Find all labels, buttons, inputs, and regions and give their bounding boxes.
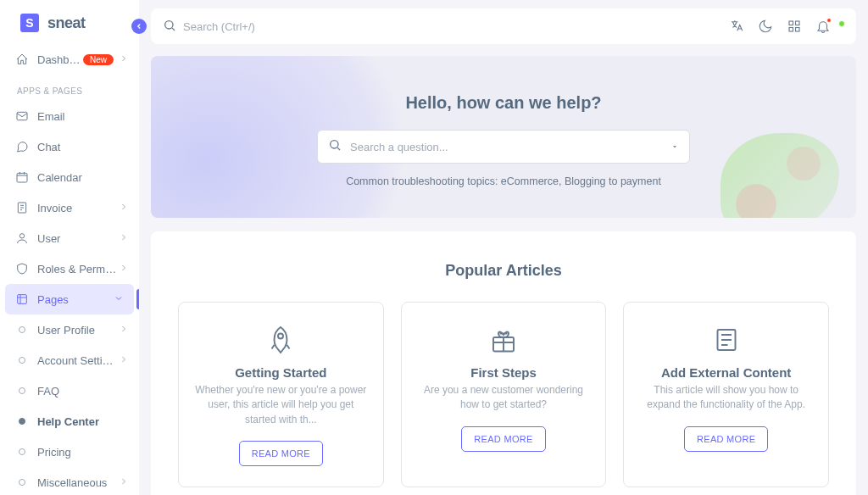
article-card-external-content: Add External Content This article will s… bbox=[623, 302, 829, 487]
notification-dot bbox=[826, 18, 832, 23]
nav-label: Pages bbox=[37, 293, 114, 306]
search-icon bbox=[163, 19, 176, 35]
shield-icon bbox=[15, 262, 29, 275]
svg-rect-9 bbox=[789, 21, 793, 25]
svg-rect-1 bbox=[17, 173, 27, 182]
nav-section-apps-pages: APPS & PAGES bbox=[0, 75, 139, 101]
pages-icon bbox=[15, 292, 29, 306]
invoice-icon bbox=[15, 201, 29, 214]
sidebar: S sneat Dashboards New APPS & PAGES Emai… bbox=[0, 0, 139, 495]
nav-label: Dashboards bbox=[37, 53, 83, 66]
card-title: Add External Content bbox=[661, 365, 791, 380]
rocket-icon bbox=[264, 323, 298, 357]
nav: Dashboards New APPS & PAGES Email Chat C… bbox=[0, 41, 139, 495]
subitem-miscellaneous[interactable]: Miscellaneous bbox=[0, 467, 139, 495]
sidebar-item-roles-permissions[interactable]: Roles & Permissio... bbox=[0, 253, 139, 284]
theme-toggle-icon[interactable] bbox=[758, 19, 773, 34]
article-card-getting-started: Getting Started Whether you're new or yo… bbox=[178, 302, 384, 487]
read-more-button[interactable]: READ MORE bbox=[684, 426, 768, 452]
new-badge: New bbox=[83, 54, 114, 65]
card-desc: Whether you're new or you're a power use… bbox=[194, 383, 368, 427]
pages-submenu: User Profile Account Settings FAQ Help C… bbox=[0, 314, 139, 495]
language-icon[interactable] bbox=[729, 19, 744, 34]
read-more-button[interactable]: READ MORE bbox=[239, 441, 323, 466]
hero-section: Hello, how can we help? Common troublesh… bbox=[151, 56, 856, 218]
content: Hello, how can we help? Common troublesh… bbox=[139, 44, 868, 495]
svg-point-8 bbox=[165, 20, 173, 28]
sidebar-item-chat[interactable]: Chat bbox=[0, 131, 139, 162]
hero-subtitle: Common troubleshooting topics: eCommerce… bbox=[171, 175, 836, 187]
user-icon bbox=[15, 231, 29, 245]
apps-grid-icon[interactable] bbox=[787, 19, 802, 34]
sidebar-item-calendar[interactable]: Calendar bbox=[0, 162, 139, 192]
topbar: Search (Ctrl+/) bbox=[151, 8, 856, 44]
logo-text: sneat bbox=[47, 14, 86, 32]
hero-search[interactable] bbox=[317, 130, 690, 164]
svg-rect-0 bbox=[17, 112, 27, 120]
gift-icon bbox=[487, 323, 520, 357]
nav-label: Email bbox=[37, 110, 129, 123]
chevron-down-icon bbox=[114, 293, 124, 306]
chat-icon bbox=[15, 140, 29, 153]
svg-rect-12 bbox=[796, 28, 800, 32]
chevron-right-icon bbox=[119, 324, 129, 336]
logo[interactable]: S sneat bbox=[0, 0, 139, 41]
nav-label: Roles & Permissio... bbox=[37, 263, 119, 275]
card-desc: This article will show you how to expand… bbox=[639, 383, 813, 413]
card-desc: Are you a new customer wondering how to … bbox=[417, 383, 591, 413]
subitem-user-profile[interactable]: User Profile bbox=[0, 314, 139, 345]
chevron-right-icon bbox=[119, 232, 129, 245]
nav-label: User bbox=[37, 232, 119, 245]
chevron-right-icon bbox=[119, 263, 129, 275]
nav-label: Chat bbox=[37, 141, 129, 153]
sidebar-item-dashboards[interactable]: Dashboards New bbox=[0, 44, 139, 75]
card-title: First Steps bbox=[470, 365, 537, 380]
read-more-button[interactable]: READ MORE bbox=[461, 426, 545, 452]
chevron-right-icon bbox=[119, 354, 129, 367]
nav-label: Calendar bbox=[37, 171, 129, 184]
subitem-help-center[interactable]: Help Center bbox=[0, 406, 139, 437]
hero-title: Hello, how can we help? bbox=[171, 93, 836, 113]
svg-point-3 bbox=[19, 234, 24, 238]
status-online-dot bbox=[838, 20, 845, 27]
hero-search-input[interactable] bbox=[350, 141, 662, 153]
notifications-icon[interactable] bbox=[815, 19, 831, 34]
svg-point-14 bbox=[278, 334, 283, 339]
subitem-faq[interactable]: FAQ bbox=[0, 375, 139, 406]
subitem-account-settings[interactable]: Account Settings bbox=[0, 345, 139, 375]
logo-mark: S bbox=[20, 14, 39, 32]
svg-rect-4 bbox=[18, 295, 27, 304]
svg-rect-10 bbox=[796, 21, 800, 25]
global-search[interactable]: Search (Ctrl+/) bbox=[163, 19, 721, 35]
mail-icon bbox=[15, 109, 29, 123]
subitem-pricing[interactable]: Pricing bbox=[0, 437, 139, 467]
chevron-right-icon bbox=[119, 202, 129, 214]
svg-rect-11 bbox=[789, 28, 793, 32]
sidebar-item-pages[interactable]: Pages bbox=[5, 284, 134, 314]
main: Search (Ctrl+/) Hello, how can we help? bbox=[139, 0, 868, 495]
topbar-actions bbox=[729, 19, 844, 34]
search-placeholder: Search (Ctrl+/) bbox=[183, 20, 255, 33]
search-icon bbox=[328, 138, 342, 155]
chevron-right-icon bbox=[119, 53, 129, 66]
nav-label: Invoice bbox=[37, 202, 119, 214]
svg-point-13 bbox=[331, 141, 338, 148]
calendar-icon bbox=[15, 170, 29, 184]
home-icon bbox=[15, 53, 29, 66]
article-cards: Getting Started Whether you're new or yo… bbox=[178, 302, 829, 487]
popular-articles-section: Popular Articles Getting Started Whether… bbox=[151, 231, 856, 495]
sidebar-item-invoice[interactable]: Invoice bbox=[0, 192, 139, 223]
document-icon bbox=[709, 323, 743, 357]
section-title: Popular Articles bbox=[178, 262, 829, 280]
sidebar-item-email[interactable]: Email bbox=[0, 101, 139, 131]
card-title: Getting Started bbox=[235, 365, 326, 380]
sidebar-item-user[interactable]: User bbox=[0, 223, 139, 253]
caret-down-icon[interactable] bbox=[670, 139, 679, 154]
sidebar-collapse-button[interactable] bbox=[131, 19, 147, 34]
article-card-first-steps: First Steps Are you a new customer wonde… bbox=[401, 302, 607, 487]
chevron-right-icon bbox=[119, 476, 129, 489]
